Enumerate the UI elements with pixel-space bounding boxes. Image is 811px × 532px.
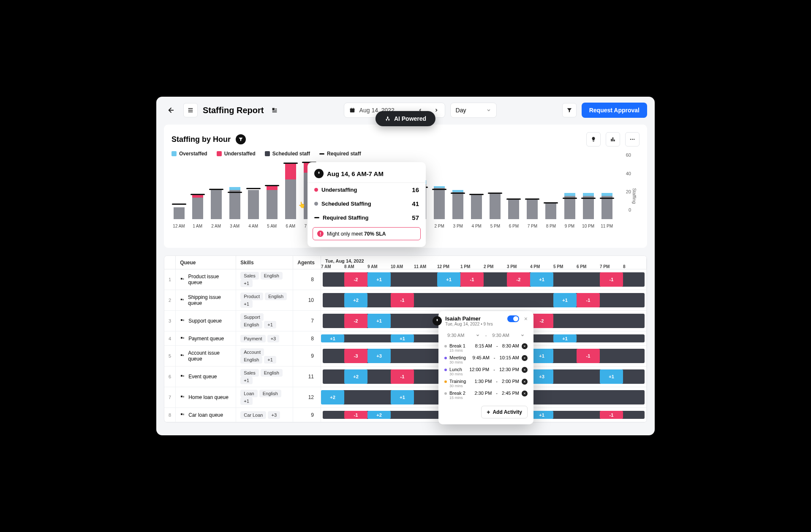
timeline-pill[interactable]: +1 — [367, 272, 391, 287]
queue-cell[interactable]: Home loan queue — [176, 387, 236, 408]
timeline-pill[interactable]: +1 — [391, 390, 414, 404]
delete-activity-icon[interactable]: × — [522, 343, 528, 349]
bar-4[interactable] — [246, 190, 261, 219]
menu-button[interactable] — [183, 103, 198, 117]
timeline-cell[interactable]: -2+1+1-1-2+1-1 — [321, 269, 647, 290]
timeline-pill[interactable]: +1 — [321, 334, 344, 342]
time-col: 9 AM — [367, 256, 391, 269]
timeline-pill[interactable]: +1 — [553, 293, 577, 307]
timeline-pill[interactable]: -2 — [344, 272, 367, 287]
skill-pill: Support — [240, 313, 264, 321]
activity-label: Lunch30 mins — [449, 367, 467, 376]
activity-end[interactable]: 12:30 PM — [499, 367, 519, 372]
activity-end[interactable]: 2:45 PM — [502, 391, 519, 396]
chart-type-button[interactable] — [606, 132, 620, 147]
skills-cell: Car Loan+3 — [236, 408, 293, 422]
timeline-pill[interactable]: -2 — [530, 314, 553, 328]
close-icon[interactable]: × — [524, 315, 528, 322]
timeline-cell[interactable]: +2-1+1-1 — [321, 290, 647, 311]
timeline-pill[interactable]: -1 — [391, 369, 414, 384]
more-button[interactable] — [625, 132, 640, 147]
timeline-pill[interactable]: -2 — [507, 272, 530, 287]
queue-cell[interactable]: Payment queue — [176, 331, 236, 346]
bar-22[interactable] — [581, 193, 596, 219]
request-approval-button[interactable]: Request Approval — [582, 103, 647, 118]
timeline-pill[interactable]: +3 — [530, 369, 553, 384]
shift-end-select[interactable]: 9:30 AM — [489, 331, 528, 340]
activity-start[interactable]: 9:45 AM — [472, 355, 489, 360]
timeline-pill[interactable]: +2 — [367, 411, 391, 419]
delete-activity-icon[interactable]: × — [522, 379, 528, 385]
y-axis-label: Staffing — [631, 188, 637, 204]
row-number: 4 — [164, 331, 176, 346]
timeline-pill[interactable]: -1 — [391, 293, 414, 307]
activity-start[interactable]: 2:30 PM — [474, 391, 492, 396]
timeline-pill[interactable]: +1 — [391, 334, 414, 342]
x-label: 4 PM — [469, 224, 484, 228]
delete-activity-icon[interactable]: × — [522, 355, 528, 361]
timeline-pill[interactable]: -3 — [344, 349, 367, 363]
delete-activity-icon[interactable]: × — [522, 391, 528, 396]
insights-button[interactable] — [586, 132, 601, 147]
activity-end[interactable]: 10:15 AM — [500, 355, 519, 360]
skill-pill: English — [261, 369, 283, 377]
bar-5[interactable] — [264, 186, 279, 219]
bar-3[interactable] — [227, 187, 242, 219]
bar-20[interactable] — [544, 204, 558, 219]
filter-button[interactable] — [562, 103, 577, 117]
add-activity-button[interactable]: +Add Activity — [481, 406, 528, 418]
bar-1[interactable] — [190, 195, 205, 219]
granularity-select[interactable]: Day — [450, 103, 497, 118]
page-title: Staffing Report — [203, 106, 264, 115]
timeline-pill[interactable]: -1 — [577, 349, 600, 363]
timeline-pill[interactable]: +1 — [553, 334, 577, 342]
timeline-pill[interactable]: +1 — [530, 349, 553, 363]
queue-cell[interactable]: Support queue — [176, 311, 236, 331]
timeline-pill[interactable]: -1 — [600, 411, 623, 419]
agent-toggle[interactable] — [507, 315, 519, 322]
bar-23[interactable] — [599, 193, 614, 219]
bar-17[interactable] — [488, 194, 503, 219]
timeline-pill[interactable]: -1 — [460, 272, 484, 287]
bar-18[interactable] — [506, 200, 521, 219]
bar-15[interactable] — [451, 190, 465, 219]
bar-19[interactable] — [525, 200, 540, 219]
bar-21[interactable] — [562, 193, 577, 219]
shift-start-select[interactable]: 9:30 AM — [444, 331, 483, 340]
queue-cell[interactable]: Event queue — [176, 366, 236, 387]
timeline-pill[interactable]: -1 — [577, 293, 600, 307]
activity-start[interactable]: 1:30 PM — [474, 379, 492, 384]
activity-start[interactable]: 8:15 AM — [475, 343, 492, 348]
timeline-pill[interactable]: +3 — [367, 349, 391, 363]
activity-label: Break 215 mins — [449, 391, 472, 400]
bar-14[interactable] — [432, 186, 447, 219]
timeline-pill[interactable]: +1 — [367, 314, 391, 328]
back-button[interactable] — [164, 103, 178, 117]
timeline-pill[interactable]: +1 — [530, 272, 553, 287]
timeline-pill[interactable]: +1 — [600, 369, 623, 384]
timeline-pill[interactable]: +2 — [344, 369, 367, 384]
queue-cell[interactable]: Shipping issue queue — [176, 290, 236, 311]
queue-cell[interactable]: Account issue queue — [176, 346, 236, 366]
timeline-pill[interactable]: +1 — [437, 272, 460, 287]
timeline-pill[interactable]: -2 — [344, 314, 367, 328]
timeline-pill[interactable]: -1 — [600, 272, 623, 287]
activity-end[interactable]: 2:00 PM — [502, 379, 519, 384]
skill-pill: +1 — [240, 397, 253, 405]
skill-pill: +3 — [267, 335, 280, 342]
queue-cell[interactable]: Car loan queue — [176, 408, 236, 422]
chart-filter-icon[interactable] — [236, 134, 246, 144]
timeline-pill[interactable]: -1 — [344, 411, 367, 419]
time-col: 10 AM — [391, 256, 414, 269]
timeline-pill[interactable]: +1 — [530, 411, 553, 419]
delete-activity-icon[interactable]: × — [522, 367, 528, 373]
activity-start[interactable]: 12:00 PM — [469, 367, 489, 372]
timeline-pill[interactable]: +2 — [321, 390, 344, 404]
bar-0[interactable] — [171, 207, 186, 219]
bar-6[interactable] — [283, 164, 298, 219]
queue-cell[interactable]: Product issue queue — [176, 269, 236, 290]
bar-2[interactable] — [209, 190, 223, 219]
activity-end[interactable]: 8:30 AM — [502, 343, 519, 348]
bar-16[interactable] — [469, 195, 484, 220]
timeline-pill[interactable]: +2 — [344, 293, 367, 307]
